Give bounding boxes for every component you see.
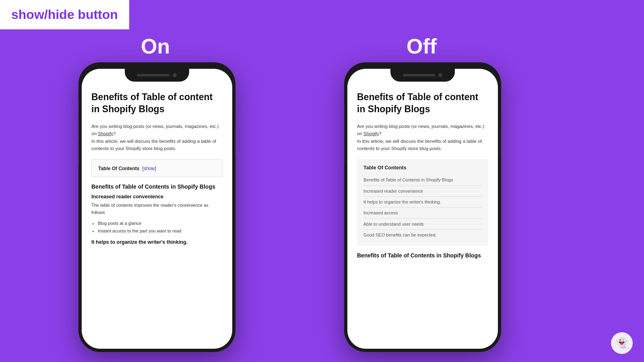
right-article-title: Benefits of Table of content in Shopify … [357,91,488,115]
toc-collapsed-box: Table Of Contents [show] [91,159,223,177]
left-bullet-list: Blog posts at a glance Instant access to… [91,220,223,236]
off-label: Off [407,34,437,58]
notch [125,69,189,82]
svg-text:👻: 👻 [615,336,629,349]
on-label: On [141,34,170,58]
mute-button [78,103,79,115]
left-sub-heading-convenience: Increased reader convenience [91,194,223,200]
page-title: show/hide button [11,7,118,22]
shopify-link-left[interactable]: Shopify [98,131,113,136]
right-power-button [501,127,501,155]
notch-bar [137,74,169,76]
right-mute-button [344,103,345,115]
left-body-convenience: The table of contents improves the reade… [91,202,223,216]
right-screen-content: Benefits of Table of content in Shopify … [347,83,498,349]
right-section-heading: Benefits of Table of Contents in Shopify… [357,252,488,259]
left-screen-content: Benefits of Table of content in Shopify … [82,83,232,349]
right-notch-bar [403,74,435,76]
toc-item-5[interactable]: Able to understand user needs [363,219,482,230]
right-phone-screen: Benefits of Table of content in Shopify … [347,69,498,349]
volume-up-button [78,119,79,139]
volume-down-button [78,145,79,165]
toc-item-4[interactable]: Increased access [363,208,482,218]
toc-item-6[interactable]: Good SEO benefits can be expected. [363,230,482,240]
toc-show-link[interactable]: [show] [142,166,156,171]
right-notch [390,69,455,82]
left-section-heading: Benefits of Table of Contents in Shopify… [91,183,223,190]
toc-item-3[interactable]: It helps to organize the writer's thinki… [363,197,482,208]
list-item: Instant access to the part you want to r… [98,227,223,235]
ghost-logo: 👻 [611,332,633,354]
top-label: show/hide button [0,0,129,29]
left-article-intro: Are you writing blog posts (or news, jou… [91,123,223,152]
right-article-intro: Are you writing blog posts (or news, jou… [357,123,488,152]
right-volume-up-button [344,119,345,139]
right-notch-dot [438,73,442,77]
left-phone-screen: Benefits of Table of content in Shopify … [82,69,232,349]
toc-collapsed-label: Table Of Contents [show] [98,166,156,171]
power-button [235,127,235,155]
toc-item-1[interactable]: Benefits of Table of Contents in Shopify… [363,175,482,185]
right-phone: Benefits of Table of content in Shopify … [344,62,501,352]
list-item: Blog posts at a glance [98,220,223,228]
left-sub-heading-organize: It helps to organize the writer's thinki… [91,239,223,245]
toc-expanded-title: Table Of Contents [363,165,482,171]
right-volume-down-button [344,145,345,165]
left-article-title: Benefits of Table of content in Shopify … [91,91,223,115]
left-phone: Benefits of Table of content in Shopify … [78,62,235,352]
notch-dot [173,73,177,77]
shopify-link-right[interactable]: Shopify [363,131,379,136]
toc-expanded-box: Table Of Contents Benefits of Table of C… [357,159,488,246]
toc-item-2[interactable]: Increased reader convenience [363,186,482,197]
